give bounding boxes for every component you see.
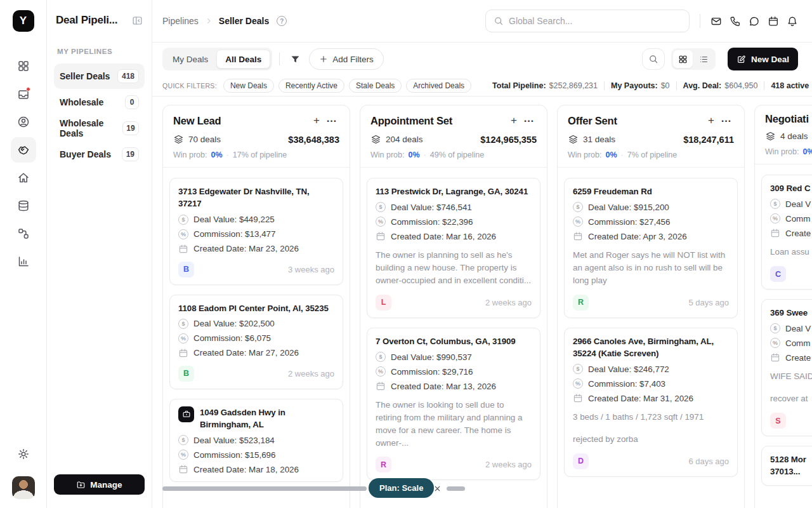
board-toolbar: My Deals All Deals Add Filters [152,43,812,76]
deal-age: 3 weeks ago [288,265,334,274]
deal-card[interactable]: 309 Red C Deal V Comm Create Loan assu C [761,175,812,290]
chat-icon[interactable] [749,15,760,27]
win-prob-label: Win prob: [370,150,405,159]
assignee-badge[interactable]: S [770,413,786,429]
tab-my-deals[interactable]: My Deals [164,50,216,69]
deal-value: Deal Value: $246,772 [588,364,669,374]
stat-my-payouts: My Payouts: $0 [611,81,670,90]
sidebar-item-wholesale-deals[interactable]: Wholesale Deals 19 [54,116,145,141]
assignee-badge[interactable]: R [376,457,391,472]
deal-card[interactable]: 369 Swee Deal V Comm Create WIFE SAID re… [761,299,812,436]
user-avatar[interactable] [12,476,35,499]
deal-age: 2 weeks ago [485,298,532,307]
deal-address: 309 Red C [770,182,812,194]
deal-commission: Commission: $13,477 [193,229,276,239]
assignee-badge[interactable]: B [178,262,194,277]
assignee-badge[interactable]: B [178,366,194,382]
phone-icon[interactable] [730,15,741,27]
column-menu-icon[interactable] [719,113,734,128]
deal-card[interactable]: 6259 Freudeman Rd Deal Value: $915,200 C… [564,178,738,318]
collapse-panel-icon[interactable] [132,15,143,26]
deal-card[interactable]: 5128 Mor 37013... [761,446,812,486]
pipeline-count-badge: 0 [125,95,139,109]
app-logo[interactable]: Y [13,10,34,32]
new-deal-button[interactable]: New Deal [728,48,798,70]
percent-icon [770,338,780,348]
toolbar-divider [279,53,280,65]
win-prob-label: Win prob: [568,150,602,159]
calendar-icon [178,348,188,358]
column-title: Negotiati [765,113,812,125]
deal-created: Created Date: Mar 16, 2026 [391,232,496,241]
column-menu-icon[interactable] [521,113,537,128]
bell-icon[interactable] [787,15,798,27]
assignee-badge[interactable]: R [573,295,589,311]
add-deal-icon[interactable] [309,113,324,128]
app-title: Deal Pipeli... [56,14,117,27]
assignee-badge[interactable]: L [376,295,391,311]
manage-button[interactable]: Manage [54,474,145,495]
deal-card[interactable]: 1108 Eadom Pl Center Point, Al, 35235 De… [169,295,343,389]
win-prob-value: 0% [409,150,420,159]
assignee-badge[interactable]: C [770,266,786,282]
filter-archived-deals[interactable]: Archived Deals [406,79,471,93]
analytics-icon[interactable] [11,249,36,274]
deal-card[interactable]: 1049 Gadsden Hwy in Birmingham, AL Deal … [169,399,343,483]
workflow-icon[interactable] [11,221,36,246]
grid-view-icon[interactable] [673,50,693,68]
horizontal-scrollbar[interactable] [162,486,367,491]
breadcrumb-pipelines[interactable]: Pipelines [162,16,199,26]
deal-specs: 3 beds / 1 baths / 1,723 sqft / 1971 [573,411,729,424]
mail-icon[interactable] [710,15,722,27]
assignee-badge[interactable]: D [573,453,589,469]
board-search-button[interactable] [642,48,665,70]
filter-new-deals[interactable]: New Deals [223,79,274,93]
layers-icon [173,134,184,145]
logo-letter: Y [20,15,27,27]
horizontal-scrollbar[interactable] [447,486,465,491]
filter-recently-active[interactable]: Recently Active [278,79,344,93]
column-menu-icon[interactable] [324,113,339,128]
deal-value: Deal Value: $449,225 [193,215,275,224]
deal-note: WIFE SAID [770,370,812,383]
sidebar-item-buyer-deals[interactable]: Buyer Deals 19 [54,142,145,167]
add-filters-button[interactable]: Add Filters [309,48,384,70]
contacts-icon[interactable] [11,109,36,135]
deals-handshake-icon[interactable] [11,137,36,163]
add-deal-icon[interactable] [506,113,521,128]
deal-address: 3713 Edgewater Dr Nashville, TN, 37217 [178,185,334,210]
add-deal-icon[interactable] [704,113,719,128]
dashboard-icon[interactable] [11,53,36,79]
tab-all-deals[interactable]: All Deals [216,50,270,69]
sidebar-item-wholesale[interactable]: Wholesale 0 [54,90,145,115]
filter-stale-deals[interactable]: Stale Deals [349,79,402,93]
home-icon[interactable] [11,165,36,190]
deal-card[interactable]: 113 Prestwick Dr, Lagrange, GA, 30241 De… [367,178,540,318]
pipeline-label: Seller Deals [60,71,110,81]
database-icon[interactable] [11,193,36,218]
sidebar-item-seller-deals[interactable]: Seller Deals 418 [54,64,145,89]
percent-icon [573,217,583,227]
help-icon[interactable] [277,16,287,26]
pipeline-label: Wholesale [60,97,103,107]
deal-card[interactable]: 7 Overton Ct, Columbus, GA, 31909 Deal V… [367,328,540,481]
plan-badge[interactable]: Plan: Scale [369,478,434,498]
pipeline-label: Wholesale Deals [60,118,122,138]
deal-commission: Commission: $15,696 [193,450,276,460]
notification-dot [26,87,30,91]
deal-card[interactable]: 2966 Canoles Ave, Birmingham, AL, 35224 … [564,328,738,477]
column-negotiation: Negotiati 4 deals Win prob: 0% 309 Red C… [754,105,812,508]
deals-count: 70 deals [188,135,221,144]
deal-card[interactable]: 3713 Edgewater Dr Nashville, TN, 37217 D… [169,178,343,285]
global-search-input[interactable] [509,16,681,26]
inbox-icon[interactable] [11,81,36,107]
folder-plus-icon [76,480,86,490]
list-view-icon[interactable] [694,50,714,68]
close-icon[interactable] [431,483,443,494]
calendar-icon[interactable] [768,15,779,27]
manage-label: Manage [90,480,122,490]
filter-funnel-icon[interactable] [287,51,303,67]
settings-gear-icon[interactable] [11,441,36,467]
deal-commission: Commission: $22,396 [391,217,473,227]
pipeline-count-badge: 19 [122,121,139,135]
